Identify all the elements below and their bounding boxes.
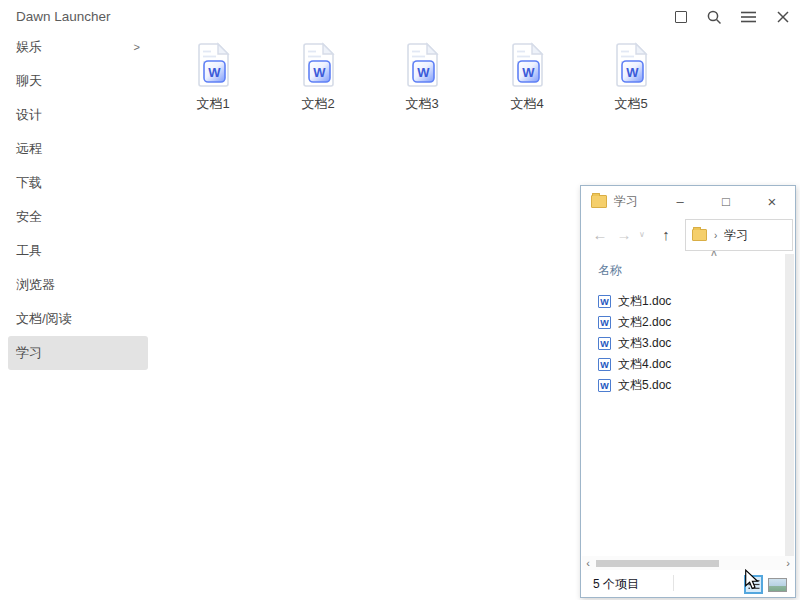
close-button[interactable]: × [749, 186, 795, 216]
sidebar-item-label: 安全 [16, 209, 42, 224]
forward-arrow-icon: → [617, 226, 632, 243]
word-document-icon [296, 42, 340, 90]
sidebar-item-label: 娱乐 [16, 39, 42, 54]
explorer-titlebar: 学习 – □ × [581, 186, 795, 216]
menu-button[interactable] [735, 5, 761, 29]
search-icon [706, 9, 723, 26]
sidebar-item-browser[interactable]: 浏览器 [8, 268, 148, 302]
launcher-item-doc2[interactable]: 文档2 [266, 42, 370, 113]
sidebar-item-tools[interactable]: 工具 [8, 234, 148, 268]
file-row[interactable]: W 文档4.doc [581, 354, 783, 375]
sidebar-item-label: 聊天 [16, 73, 42, 88]
file-name: 文档4.doc [618, 356, 671, 373]
file-name: 文档5.doc [618, 377, 671, 394]
explorer-statusbar: 5 个项目 [581, 570, 795, 597]
explorer-window: 学习 – □ × ← → ∨ ↑ › 学习 ^ 名称 W 文档1.doc W 文… [580, 185, 796, 598]
mouse-cursor [744, 569, 759, 591]
launcher-item-doc1[interactable]: 文档1 [161, 42, 265, 113]
launcher-item-doc4[interactable]: 文档4 [475, 42, 579, 113]
sidebar-item-study[interactable]: 学习 [8, 336, 148, 370]
up-arrow-icon: ↑ [662, 226, 670, 243]
word-file-icon: W [598, 358, 611, 371]
back-button[interactable]: ← [589, 216, 611, 252]
sidebar-item-label: 远程 [16, 141, 42, 156]
sidebar: 娱乐 > 聊天 设计 远程 下载 安全 工具 浏览器 文档/阅读 学习 [8, 30, 148, 370]
sort-ascending-icon: ^ [711, 250, 717, 261]
breadcrumb[interactable]: 学习 [724, 227, 748, 244]
close-button[interactable] [770, 5, 796, 29]
word-document-icon [400, 42, 444, 90]
submenu-chevron-icon: > [134, 30, 140, 64]
forward-button[interactable]: → [613, 216, 635, 252]
file-name: 文档2.doc [618, 314, 671, 331]
launcher-item-label: 文档4 [475, 95, 579, 113]
file-name: 文档1.doc [618, 293, 671, 310]
column-header-name[interactable]: 名称 [598, 262, 622, 279]
word-file-icon: W [598, 316, 611, 329]
thumbnails-view-button[interactable] [768, 578, 787, 592]
sidebar-item-documents-reading[interactable]: 文档/阅读 [8, 302, 148, 336]
dropdown-chevron-icon: ∨ [639, 230, 645, 239]
sidebar-item-label: 学习 [16, 345, 42, 360]
restore-window-button[interactable] [668, 5, 694, 29]
word-document-icon [191, 42, 235, 90]
launcher-item-doc3[interactable]: 文档3 [370, 42, 474, 113]
launcher-item-label: 文档5 [579, 95, 683, 113]
back-arrow-icon: ← [593, 226, 608, 243]
word-document-icon [609, 42, 653, 90]
sidebar-item-label: 设计 [16, 107, 42, 122]
word-file-icon: W [598, 295, 611, 308]
search-button[interactable] [701, 5, 727, 29]
app-title: Dawn Launcher [16, 9, 111, 24]
restore-icon [675, 11, 687, 23]
sidebar-item-label: 文档/阅读 [16, 311, 72, 326]
sidebar-item-download[interactable]: 下载 [8, 166, 148, 200]
explorer-window-controls: – □ × [657, 186, 795, 216]
vertical-scrollbar[interactable] [785, 254, 794, 556]
sidebar-item-label: 下载 [16, 175, 42, 190]
explorer-window-title: 学习 [614, 193, 638, 210]
file-row[interactable]: W 文档3.doc [581, 333, 783, 354]
minimize-button[interactable]: – [657, 186, 703, 216]
launcher-item-label: 文档2 [266, 95, 370, 113]
file-list: W 文档1.doc W 文档2.doc W 文档3.doc W 文档4.doc … [581, 291, 783, 396]
folder-icon [591, 195, 607, 208]
file-row[interactable]: W 文档1.doc [581, 291, 783, 312]
sidebar-item-design[interactable]: 设计 [8, 98, 148, 132]
scroll-left-arrow[interactable]: ‹ [582, 556, 594, 571]
folder-icon [692, 229, 707, 241]
scroll-right-arrow[interactable]: › [782, 556, 794, 571]
sidebar-item-security[interactable]: 安全 [8, 200, 148, 234]
sidebar-item-entertainment[interactable]: 娱乐 > [8, 30, 148, 64]
word-file-icon: W [598, 379, 611, 392]
menu-icon [741, 11, 756, 23]
items-count: 5 个项目 [593, 576, 639, 593]
launcher-item-doc5[interactable]: 文档5 [579, 42, 683, 113]
launcher-item-label: 文档1 [161, 95, 265, 113]
close-icon [777, 11, 789, 23]
word-file-icon: W [598, 337, 611, 350]
file-row[interactable]: W 文档2.doc [581, 312, 783, 333]
sidebar-item-remote[interactable]: 远程 [8, 132, 148, 166]
sidebar-item-label: 工具 [16, 243, 42, 258]
up-button[interactable]: ↑ [653, 216, 679, 252]
address-bar[interactable]: › 学习 [685, 219, 793, 251]
sidebar-item-chat[interactable]: 聊天 [8, 64, 148, 98]
word-document-icon [505, 42, 549, 90]
dawn-launcher-window: Dawn Launcher 娱乐 > 聊天 设计 远程 下载 安全 工具 [0, 0, 800, 600]
sidebar-item-label: 浏览器 [16, 277, 55, 292]
file-name: 文档3.doc [618, 335, 671, 352]
maximize-button[interactable]: □ [703, 186, 749, 216]
file-row[interactable]: W 文档5.doc [581, 375, 783, 396]
horizontal-scrollbar[interactable]: ‹ › [582, 556, 794, 571]
launcher-item-label: 文档3 [370, 95, 474, 113]
statusbar-divider [673, 575, 674, 591]
recent-locations-button[interactable]: ∨ [635, 216, 649, 252]
scrollbar-thumb[interactable] [596, 560, 719, 567]
breadcrumb-chevron-icon: › [714, 230, 717, 241]
